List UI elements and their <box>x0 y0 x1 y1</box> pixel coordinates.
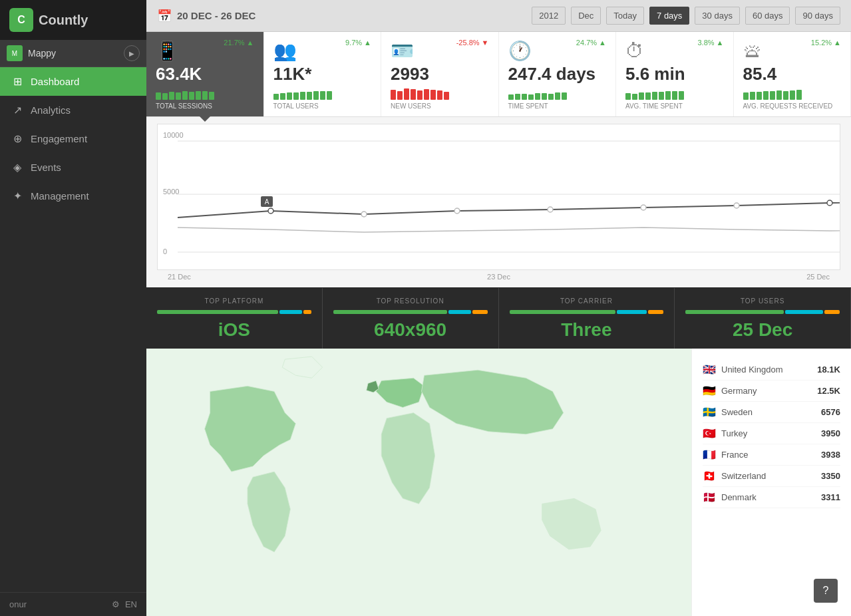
time-spent-label: TIME SPENT <box>508 102 607 110</box>
app-bar[interactable]: M Mappy ▶ <box>0 40 146 67</box>
country-row[interactable]: 🇩🇪 Germany 12.5K <box>703 381 840 402</box>
svg-point-11 <box>548 207 553 212</box>
de-value: 12.5K <box>817 386 840 396</box>
resolution-label: TOP RESOLUTION <box>333 297 488 305</box>
country-row[interactable]: 🇨🇭 Switzerland 3350 <box>703 466 840 487</box>
resolution-bars <box>333 310 488 314</box>
carrier-bars <box>510 310 664 314</box>
ch-name: Switzerland <box>721 471 816 481</box>
period-dec[interactable]: Dec <box>571 7 601 25</box>
sidebar-item-events[interactable]: ◈ Events <box>0 153 146 182</box>
svg-point-8 <box>827 200 832 206</box>
sidebar-item-label: Dashboard <box>31 76 79 87</box>
main-content: 📅 20 DEC - 26 DEC 2012 Dec Today 7 days … <box>146 0 851 616</box>
users-value: 11K* <box>273 65 372 84</box>
sidebar-item-analytics[interactable]: ↗ Analytics <box>0 96 146 124</box>
map-svg <box>146 349 691 616</box>
sidebar-item-label: Engagement <box>31 133 87 144</box>
tr-name: Turkey <box>721 428 816 438</box>
period-2012[interactable]: 2012 <box>532 7 566 25</box>
dk-name: Denmark <box>721 492 816 502</box>
svg-point-12 <box>641 205 646 210</box>
logo-text: Countly <box>39 13 88 28</box>
x-label-25dec: 25 Dec <box>806 273 830 281</box>
sessions-icon: 📱 <box>156 40 179 62</box>
requests-bars <box>743 88 842 100</box>
world-map[interactable] <box>146 349 691 616</box>
app-play-button[interactable]: ▶ <box>124 45 140 61</box>
tr-flag: 🇹🇷 <box>703 427 716 440</box>
period-60days[interactable]: 60 days <box>745 7 790 25</box>
users-icon: 👥 <box>273 40 297 62</box>
country-row[interactable]: 🇬🇧 United Kingdom 18.1K <box>703 359 840 381</box>
svg-point-5 <box>268 208 273 214</box>
date-range: 20 DEC - 26 DEC <box>177 10 526 21</box>
card-top-platform[interactable]: TOP PLATFORM iOS <box>146 288 323 349</box>
chart-x-labels: 21 Dec 23 Dec 25 Dec <box>157 270 840 281</box>
country-row[interactable]: 🇩🇰 Denmark 3311 <box>703 487 840 508</box>
card-top-carrier[interactable]: TOP CARRIER Three <box>499 288 675 349</box>
sessions-bars <box>156 88 254 100</box>
users-change: 9.7% ▲ <box>302 39 372 47</box>
username: onur <box>9 599 27 609</box>
chart-svg: A B <box>158 124 840 269</box>
requests-label: AVG. REQUESTS RECEIVED <box>743 102 842 110</box>
de-name: Germany <box>721 386 812 396</box>
stat-total-users[interactable]: 👥 9.7% ▲ 11K* TOTAL USERS <box>264 32 382 116</box>
management-icon: ✦ <box>11 190 24 202</box>
help-button[interactable]: ? <box>814 579 838 603</box>
bottom-cards: TOP PLATFORM iOS TOP RESOLUTION 640x960 … <box>146 287 851 349</box>
stat-new-users[interactable]: 🪪 -25.8% ▼ 2993 NEW USERS <box>381 32 499 116</box>
stat-avg-requests[interactable]: 🛎 15.2% ▲ 85.4 AVG. REQUESTS RECEIVED <box>734 32 852 116</box>
requests-value: 85.4 <box>743 65 842 84</box>
avg-time-change: 3.8% ▲ <box>649 39 724 47</box>
card-top-resolution[interactable]: TOP RESOLUTION 640x960 <box>323 288 499 349</box>
new-users-change: -25.8% ▼ <box>419 39 489 47</box>
sidebar-item-dashboard[interactable]: ⊞ Dashboard <box>0 67 146 96</box>
card-top-users[interactable]: TOP USERS 25 Dec <box>675 288 851 349</box>
country-row[interactable]: 🇫🇷 France 3938 <box>703 444 840 466</box>
time-spent-value: 247.4 days <box>508 65 607 84</box>
requests-icon: 🛎 <box>743 40 762 62</box>
period-30days[interactable]: 30 days <box>695 7 740 25</box>
sidebar-item-engagement[interactable]: ⊕ Engagement <box>0 124 146 153</box>
carrier-value: Three <box>510 319 664 341</box>
country-row[interactable]: 🇸🇪 Sweden 6576 <box>703 402 840 423</box>
resolution-value: 640x960 <box>333 319 488 341</box>
avg-time-icon: ⏱ <box>625 40 644 62</box>
chart-area: 10000 5000 0 A B <box>146 117 851 287</box>
period-7days[interactable]: 7 days <box>649 7 689 25</box>
period-today[interactable]: Today <box>606 7 644 25</box>
top-bar: 📅 20 DEC - 26 DEC 2012 Dec Today 7 days … <box>146 0 851 32</box>
sidebar-item-label: Events <box>31 162 61 173</box>
uk-flag: 🇬🇧 <box>703 363 716 376</box>
platform-value: iOS <box>157 319 311 341</box>
language-label[interactable]: EN <box>125 599 137 609</box>
svg-point-10 <box>454 208 460 214</box>
avg-time-label: AVG. TIME SPENT <box>625 102 724 110</box>
x-label-21dec: 21 Dec <box>168 273 191 281</box>
stat-total-sessions[interactable]: 📱 21.7% ▲ 63.4K TOTAL SESSIONS <box>146 32 264 116</box>
platform-label: TOP PLATFORM <box>157 297 311 305</box>
map-section: 🇬🇧 United Kingdom 18.1K 🇩🇪 Germany 12.5K… <box>146 349 851 616</box>
tr-value: 3950 <box>821 428 840 438</box>
sidebar-item-label: Management <box>31 190 89 202</box>
stats-row: 📱 21.7% ▲ 63.4K TOTAL SESSIONS 👥 9.7% ▲ <box>146 32 851 117</box>
sidebar-item-management[interactable]: ✦ Management <box>0 182 146 210</box>
fr-flag: 🇫🇷 <box>703 448 716 461</box>
se-name: Sweden <box>721 407 816 417</box>
svg-text:A: A <box>265 198 269 206</box>
analytics-icon: ↗ <box>11 104 24 116</box>
stat-avg-time[interactable]: ⏱ 3.8% ▲ 5.6 min AVG. TIME SPENT <box>616 32 734 116</box>
period-90days[interactable]: 90 days <box>795 7 840 25</box>
time-spent-change: 24.7% ▲ <box>537 39 607 47</box>
stat-time-spent[interactable]: 🕐 24.7% ▲ 247.4 days TIME SPENT <box>499 32 617 116</box>
events-icon: ◈ <box>11 161 24 174</box>
calendar-icon[interactable]: 📅 <box>157 9 172 23</box>
uk-name: United Kingdom <box>721 365 812 375</box>
settings-icon[interactable]: ⚙ <box>112 599 120 609</box>
ch-value: 3350 <box>821 471 840 481</box>
sessions-change: 21.7% ▲ <box>184 39 254 47</box>
line-chart: 10000 5000 0 A B <box>157 124 840 270</box>
country-row[interactable]: 🇹🇷 Turkey 3950 <box>703 423 840 444</box>
